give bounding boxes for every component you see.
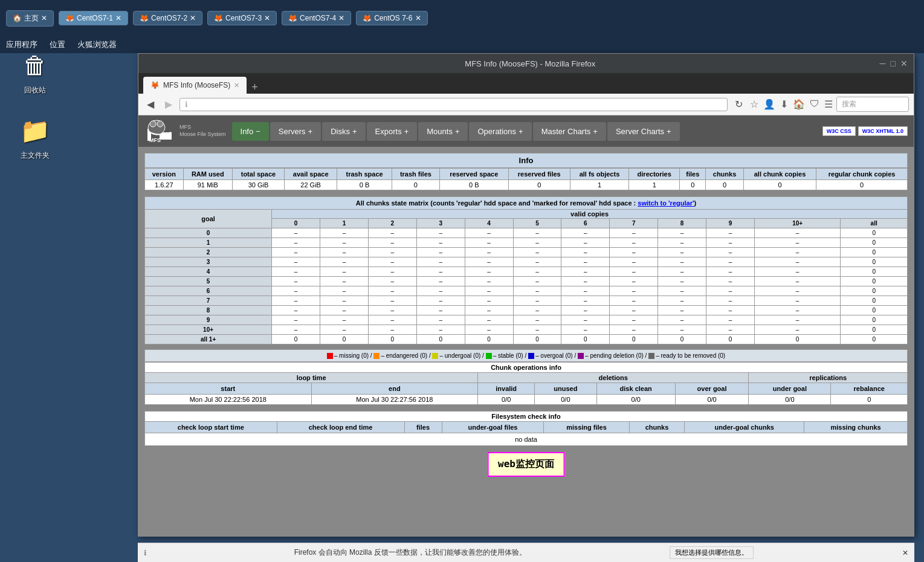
chunks-val-cell: – [272, 315, 320, 325]
chunks-val-cell: – [561, 248, 610, 257]
chunks-val-cell: – [320, 228, 369, 238]
chunks-val-cell: – [610, 257, 658, 267]
nav-master-charts[interactable]: Master Charts + [533, 122, 606, 141]
tab-close[interactable]: ✕ [115, 14, 121, 22]
chunks-goal-cell: 10+ [145, 325, 272, 335]
status-close-icon[interactable]: ✕ [902, 549, 908, 557]
nav-mounts[interactable]: Mounts + [418, 122, 468, 141]
tab-close[interactable]: ✕ [264, 14, 270, 22]
nav-info[interactable]: Info − [232, 122, 269, 141]
tab-icon: 🦊 [288, 14, 297, 22]
maximize-button[interactable]: □ [891, 59, 896, 68]
legend-color-box [432, 353, 438, 359]
chunks-legend: – missing (0) / – endangered (0) / – und… [144, 349, 908, 362]
nav-exports[interactable]: Exports + [367, 122, 418, 141]
search-box[interactable]: 搜索 [836, 97, 909, 112]
chunks-val-cell: 0 [841, 238, 908, 248]
chunks-val-cell: – [706, 228, 755, 238]
nav-disks[interactable]: Disks + [322, 122, 365, 141]
td-chunks: 0 [706, 180, 744, 190]
recycle-bin-icon[interactable]: 🗑 回收站 [18, 48, 52, 95]
svg-text:MFS: MFS [149, 137, 161, 143]
chunks-val-cell: – [272, 267, 320, 277]
chunks-val-cell: – [610, 238, 658, 248]
chunks-val-cell: – [561, 238, 610, 248]
tab-close-btn[interactable]: ✕ [234, 82, 239, 89]
chunks-val-cell: – [320, 286, 369, 296]
fscheck-header-row: check loop start time check loop end tim… [145, 422, 908, 433]
chunks-val-cell: – [368, 238, 416, 248]
reload-button[interactable]: ↻ [731, 97, 746, 111]
td-unused: 0/0 [535, 395, 596, 405]
menu-icon[interactable]: ☰ [824, 99, 833, 110]
tab-icon: 🦊 [214, 14, 223, 22]
chunks-row: 10+–––––––––––0 [145, 325, 908, 335]
chunks-val-cell: – [513, 277, 561, 286]
th-unused: unused [535, 383, 596, 395]
tab-centos7-6[interactable]: 🦊 CentOS 7-6 ✕ [356, 11, 427, 25]
browser-tab-mfs[interactable]: 🦊 MFS Info (MooseFS) ✕ [143, 77, 247, 94]
chunks-val-cell: – [272, 296, 320, 306]
chunks-val-cell: – [368, 296, 416, 306]
chunks-val-cell: – [513, 325, 561, 335]
chunk-ops-row: Mon Jul 30 22:22:56 2018 Mon Jul 30 22:2… [145, 395, 908, 405]
chunks-val-cell: – [658, 277, 706, 286]
browser-controls: ─ □ ✕ [880, 59, 908, 68]
chunks-row: 3–––––––––––0 [145, 257, 908, 267]
home-close[interactable]: ✕ [41, 14, 47, 22]
deletions-header: deletions [478, 373, 749, 383]
legend-item: – pending deletion (0) / [578, 352, 648, 359]
chunks-goal-cell: 8 [145, 306, 272, 315]
minimize-button[interactable]: ─ [880, 59, 886, 68]
chunks-val-cell: – [416, 267, 465, 277]
tab-centos7-3[interactable]: 🦊 CentOS7-3 ✕ [207, 11, 277, 25]
tab-close[interactable]: ✕ [415, 14, 421, 22]
chunks-val-cell: – [465, 248, 513, 257]
chunks-val-cell: 0 [841, 248, 908, 257]
tab-close[interactable]: ✕ [190, 14, 196, 22]
th-undergoal-chunks: under-goal chunks [685, 422, 804, 433]
chunks-row: 8–––––––––––0 [145, 306, 908, 315]
tab-close[interactable]: ✕ [338, 14, 344, 22]
mfs-logo: MFS MFSMoose File System [144, 119, 226, 143]
legend-item: – missing (0) / [327, 352, 374, 359]
shield-icon[interactable]: 🛡 [810, 99, 819, 110]
tab-centos7-4[interactable]: 🦊 CentOS7-4 ✕ [282, 11, 351, 25]
switch-link[interactable]: switch to 'regular' [638, 199, 694, 207]
tab-centos7-2[interactable]: 🦊 CentOS7-2 ✕ [133, 11, 202, 25]
nav-server-charts[interactable]: Server Charts + [607, 122, 680, 141]
nav-servers[interactable]: Servers + [270, 122, 321, 141]
nav-operations[interactable]: Operations + [469, 122, 531, 141]
legend-color-box [648, 353, 654, 359]
chunks-val-cell: – [368, 267, 416, 277]
close-button[interactable]: ✕ [900, 59, 908, 68]
url-input[interactable]: 172.16.10.138:9425/mfs.cgi [192, 100, 722, 109]
chunks-val-cell: – [610, 277, 658, 286]
fscheck-no-data: no data [145, 433, 908, 446]
th-over-goal: over goal [675, 383, 749, 395]
new-tab-button[interactable]: + [248, 81, 262, 94]
user-icon[interactable]: 👤 [763, 99, 775, 110]
home-tab[interactable]: 🏠 主页 ✕ [6, 10, 54, 27]
th-total-space: total space [233, 169, 285, 180]
col-8: 8 [658, 219, 706, 228]
legend-label: – stable (0) [493, 352, 523, 359]
browser-tabs: 🦊 MFS Info (MooseFS) ✕ + [138, 73, 914, 94]
chunks-val-cell: – [513, 286, 561, 296]
bookmark-star-icon[interactable]: ☆ [750, 99, 758, 110]
legend-label: – ready to be removed (0) [656, 352, 725, 359]
forward-button[interactable]: ▶ [161, 97, 176, 111]
status-choice-button[interactable]: 我想选择提供哪些信息。 [670, 546, 754, 559]
download-icon[interactable]: ⬇ [780, 99, 788, 110]
chunks-val-cell: – [754, 257, 840, 267]
home-folder-image: 📁 [18, 114, 52, 147]
legend-item: – stable (0) / [486, 352, 528, 359]
menu-firefox[interactable]: 火狐浏览器 [77, 39, 117, 50]
chunks-row: 9–––––––––––0 [145, 315, 908, 325]
td-files: 0 [680, 180, 706, 190]
recycle-bin-image: 🗑 [18, 48, 52, 82]
back-button[interactable]: ◀ [143, 97, 158, 111]
home-nav-icon[interactable]: 🏠 [793, 99, 805, 110]
home-folder-icon[interactable]: 📁 主文件夹 [18, 114, 52, 161]
tab-centos7-1[interactable]: 🦊 CentOS7-1 ✕ [59, 11, 128, 25]
